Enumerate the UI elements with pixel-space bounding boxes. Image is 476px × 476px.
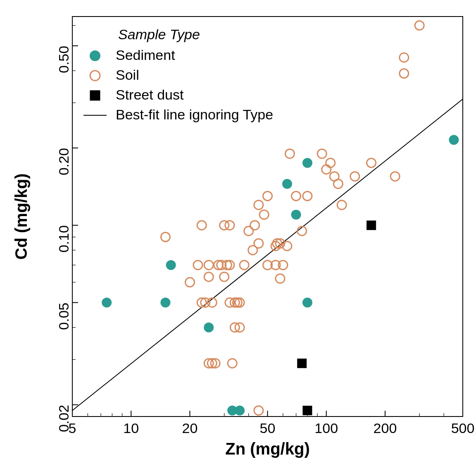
data-point xyxy=(283,179,292,188)
data-point xyxy=(322,165,331,174)
data-point xyxy=(185,278,194,287)
data-point xyxy=(193,260,202,269)
y-tick-label: 0.50 xyxy=(56,46,71,73)
legend-label: Soil xyxy=(116,67,139,83)
data-point xyxy=(326,158,335,167)
data-point xyxy=(367,158,376,167)
data-point xyxy=(250,221,259,230)
data-point xyxy=(220,221,229,230)
data-point xyxy=(276,274,285,283)
data-point xyxy=(90,90,100,100)
x-tick-label: 200 xyxy=(374,420,397,436)
data-point xyxy=(292,210,301,219)
data-point xyxy=(303,406,312,415)
data-point xyxy=(225,221,234,230)
data-point xyxy=(244,226,253,236)
y-axis-label: Cd (mg/kg) xyxy=(12,174,30,260)
data-point xyxy=(317,149,326,158)
data-point xyxy=(390,172,400,181)
data-point xyxy=(333,179,343,188)
best-fit-line xyxy=(72,99,463,411)
data-point xyxy=(204,323,213,332)
data-point xyxy=(285,149,294,158)
legend-title: Sample Type xyxy=(118,26,200,42)
data-point xyxy=(161,298,170,307)
data-point xyxy=(240,260,249,269)
data-point xyxy=(167,260,176,269)
y-tick-label: 0.05 xyxy=(56,302,71,330)
chart-container: 51020501002005000.020.050.100.200.50Zn (… xyxy=(0,0,476,476)
data-point xyxy=(303,191,312,200)
data-point xyxy=(367,221,376,230)
legend-label: Sediment xyxy=(116,47,175,63)
data-point xyxy=(415,21,424,30)
data-point xyxy=(254,200,263,209)
data-point xyxy=(197,221,206,230)
data-point xyxy=(263,191,272,200)
data-point xyxy=(228,359,237,368)
data-point xyxy=(161,233,170,242)
y-tick-label: 0.20 xyxy=(56,148,71,175)
legend-label: Best-fit line ignoring Type xyxy=(116,107,273,122)
data-point xyxy=(298,359,307,368)
data-point xyxy=(292,191,301,200)
y-tick-label: 0.10 xyxy=(56,225,71,252)
data-point xyxy=(235,406,244,415)
data-point xyxy=(90,51,100,61)
data-point xyxy=(90,71,100,81)
legend-label: Street dust xyxy=(116,87,184,102)
x-axis-label: Zn (mg/kg) xyxy=(225,440,309,458)
data-point xyxy=(449,136,458,145)
data-point xyxy=(254,239,263,248)
data-point xyxy=(204,260,213,269)
data-point xyxy=(350,172,359,181)
data-point xyxy=(204,272,213,281)
x-tick-label: 10 xyxy=(123,420,139,436)
data-point xyxy=(337,200,346,209)
data-point xyxy=(400,53,409,62)
x-tick-label: 500 xyxy=(451,420,475,436)
data-point xyxy=(254,406,263,415)
data-point xyxy=(400,69,409,78)
x-tick-label: 100 xyxy=(314,420,338,436)
x-tick-label: 20 xyxy=(182,420,198,436)
data-point xyxy=(102,298,111,307)
data-point xyxy=(220,272,229,281)
y-tick-label: 0.02 xyxy=(56,405,71,432)
data-point xyxy=(259,210,269,219)
data-point xyxy=(303,158,312,167)
data-point xyxy=(303,298,312,307)
scatter-chart: 51020501002005000.020.050.100.200.50Zn (… xyxy=(0,0,476,476)
x-tick-label: 50 xyxy=(260,420,276,436)
